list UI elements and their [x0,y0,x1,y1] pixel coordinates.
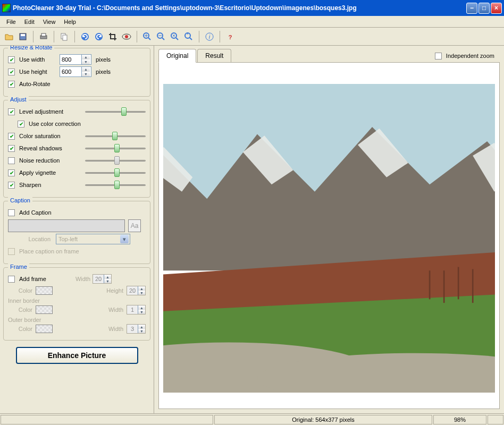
frame-color-swatch[interactable] [36,286,53,295]
sharpen-label: Sharpen [19,182,78,188]
tab-result[interactable]: Result [197,49,231,63]
vignette-checkbox[interactable] [8,169,15,176]
width-spinner[interactable]: ▲▼ [60,54,91,65]
use-height-label: Use height [19,69,57,75]
outer-width-spinner[interactable]: ▲▼ [127,324,146,334]
noise-checkbox[interactable] [8,157,15,164]
color-correction-label: Use color correction [29,121,81,127]
shadows-slider[interactable] [85,143,146,154]
add-frame-checkbox[interactable] [8,276,15,283]
help-icon[interactable]: ? [224,31,236,42]
place-on-frame-label: Place caption on frame [19,248,79,254]
window-title: PhotoCleaner 30-day Trial - C:\Documents… [13,4,466,12]
maximize-button[interactable]: □ [478,3,490,14]
minimize-button[interactable]: − [466,3,477,14]
use-width-checkbox[interactable] [8,56,15,63]
noise-slider[interactable] [85,155,146,166]
noise-label: Noise reduction [19,157,78,164]
statusbar: Original: 564x377 pixels 98% [0,413,504,425]
frame-color-label: Color [13,287,32,294]
frame-width-label: Width [69,276,90,282]
inner-width-label: Width [102,307,123,313]
saturation-checkbox[interactable] [8,133,15,140]
caption-input[interactable] [8,219,125,232]
independent-zoom-checkbox[interactable] [435,53,442,60]
group-frame: Frame Add frame Width ▲▼ Color Height ▲▼… [3,267,150,341]
level-slider[interactable] [85,106,146,117]
svg-point-9 [125,35,128,38]
menu-file[interactable]: File [2,18,20,26]
svg-text:i: i [209,33,211,40]
rotate-left-icon[interactable] [79,31,91,42]
sidebar: Resize & Rotate Use width ▲▼ pixels Use … [0,46,154,413]
info-icon[interactable]: i [204,31,215,42]
sharpen-slider[interactable] [85,180,146,190]
inner-width-spinner[interactable]: ▲▼ [127,305,146,314]
outer-color-label: Color [13,326,32,332]
svg-rect-1 [21,34,25,36]
place-on-frame-checkbox [8,248,15,255]
group-title: Frame [8,264,29,270]
color-correction-checkbox[interactable] [18,121,24,128]
outer-color-swatch[interactable] [36,325,53,333]
svg-rect-3 [41,33,46,36]
add-caption-label: Add Caption [19,209,52,216]
tab-original[interactable]: Original [158,49,196,63]
redeye-icon[interactable] [121,31,132,42]
crop-icon[interactable] [107,31,119,42]
rotate-right-icon[interactable] [93,31,105,42]
auto-rotate-checkbox[interactable] [8,81,15,88]
svg-text:?: ? [229,34,232,40]
open-icon[interactable] [3,31,15,42]
inner-border-label: Inner border [8,298,146,304]
use-height-checkbox[interactable] [8,69,15,75]
group-adjust: Adjust Level adjustment Use color correc… [3,100,150,198]
zoom-in-icon[interactable] [141,31,153,42]
group-resize: Resize & Rotate Use width ▲▼ pixels Use … [3,48,150,97]
close-button[interactable]: × [491,3,502,14]
font-button[interactable]: Aa [128,219,141,232]
inner-color-swatch[interactable] [36,305,53,314]
frame-height-spinner[interactable]: ▲▼ [127,286,146,295]
zoom-100-icon[interactable]: * [183,31,195,42]
toolbar: * i ? [0,28,504,46]
vignette-slider[interactable] [85,167,146,178]
inner-color-label: Color [13,307,32,313]
add-frame-label: Add frame [19,276,67,282]
svg-rect-5 [63,35,67,40]
independent-zoom-label: Independent zoom [446,53,494,59]
status-grip [488,415,503,424]
outer-width-label: Width [102,326,123,332]
saturation-slider[interactable] [85,131,146,141]
menu-help[interactable]: Help [60,18,80,26]
content: Original Result Independent zoom [154,46,504,413]
copy-icon[interactable] [58,31,70,42]
add-caption-checkbox[interactable] [8,209,15,216]
enhance-button[interactable]: Enhance Picture [16,347,138,364]
frame-width-spinner[interactable]: ▲▼ [93,274,112,284]
vignette-label: Apply vignette [19,169,78,176]
save-icon[interactable] [17,31,29,42]
menubar: File Edit View Help [0,16,504,28]
print-icon[interactable] [38,31,49,42]
pixels-label: pixels [96,56,111,63]
sharpen-checkbox[interactable] [8,182,15,189]
menu-edit[interactable]: Edit [20,18,39,26]
zoom-fit-icon[interactable] [169,31,181,42]
zoom-out-icon[interactable] [155,31,167,42]
status-zoom: 98% [433,415,486,424]
app-icon [2,4,11,12]
shadows-label: Reveal shadows [19,145,78,151]
saturation-label: Color saturation [19,133,78,139]
status-cell-1 [1,415,213,424]
preview-area[interactable] [158,62,500,409]
menu-view[interactable]: View [39,18,60,26]
pixels-label: pixels [96,69,111,75]
height-spinner[interactable]: ▲▼ [60,66,91,77]
frame-height-label: Height [102,287,123,294]
location-select[interactable]: Top-left [56,234,130,244]
level-checkbox[interactable] [8,108,15,115]
group-title: Caption [8,197,32,203]
level-label: Level adjustment [19,108,78,115]
shadows-checkbox[interactable] [8,145,15,152]
